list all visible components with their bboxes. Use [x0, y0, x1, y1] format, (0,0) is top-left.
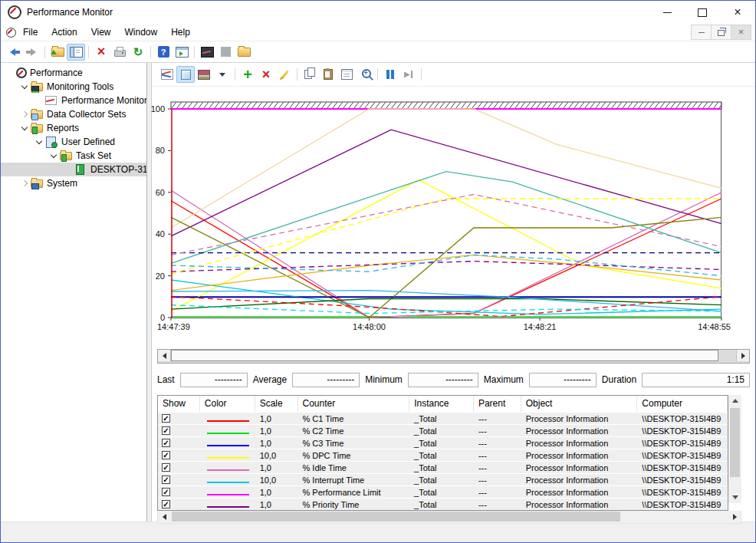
counter-row-dpc-time[interactable]: 10,0% DPC Time_Total---Processor Informa…	[158, 449, 728, 461]
properties-button[interactable]	[337, 66, 356, 83]
scrollbar-thumb[interactable]	[172, 512, 620, 522]
chart-time-scrollbar[interactable]	[157, 349, 750, 364]
freeze-display-sq-button[interactable]	[216, 44, 235, 61]
tree-item-monitoring-tools[interactable]: Monitoring Tools	[1, 80, 146, 94]
legend-horizontal-scrollbar[interactable]	[157, 511, 741, 524]
back-button[interactable]	[5, 44, 23, 61]
tree-item-user-defined[interactable]: User Defined	[1, 135, 146, 149]
column-header-object[interactable]: Object	[521, 396, 638, 412]
up-one-level-button[interactable]	[48, 44, 67, 61]
checkbox-checked[interactable]	[162, 488, 170, 496]
counter-row-priority-time[interactable]: 1,0% Priority Time_Total---Processor Inf…	[158, 498, 728, 510]
counter-row-c2-time[interactable]: 1,0% C2 Time_Total---Processor Informati…	[158, 424, 728, 436]
maximize-button[interactable]	[685, 1, 720, 24]
show-hide-console-tree-button[interactable]	[67, 44, 85, 61]
tree-item-data-collector-sets[interactable]: Data Collector Sets	[1, 107, 146, 121]
scroll-up-button[interactable]	[728, 395, 741, 406]
scroll-left-button[interactable]	[158, 350, 171, 361]
menu-view[interactable]: View	[84, 25, 118, 40]
chevron-right-icon[interactable]	[18, 112, 31, 117]
checkbox-checked[interactable]	[162, 451, 170, 459]
view-current-activity-button[interactable]	[158, 66, 176, 83]
mdi-close-button[interactable]: ×	[731, 25, 751, 40]
maximize-icon	[698, 8, 707, 17]
chevron-down-icon[interactable]	[18, 127, 31, 130]
counter-cell: % DPC Time	[298, 451, 410, 460]
mdi-minimize-button[interactable]	[691, 25, 712, 40]
performance-icon	[16, 67, 27, 78]
scroll-right-button[interactable]	[728, 511, 741, 522]
zoom-button[interactable]	[356, 66, 374, 83]
data-collector-sets-icon	[31, 109, 44, 120]
counter-row-c3-time[interactable]: 1,0% C3 Time_Total---Processor Informati…	[158, 436, 728, 449]
legend-vertical-scrollbar[interactable]	[728, 395, 741, 503]
chevron-right-icon[interactable]	[18, 181, 31, 186]
counter-row-c1-time[interactable]: 1,0% C1 Time_Total---Processor Informati…	[158, 412, 728, 424]
tree-item-reports[interactable]: Reports	[1, 121, 146, 135]
instance-cell: _Total	[409, 451, 474, 460]
delete-button[interactable]	[92, 44, 110, 61]
refresh-button[interactable]	[129, 44, 147, 61]
column-header-scale[interactable]: Scale	[255, 396, 298, 412]
color-swatch	[207, 457, 249, 459]
print-button[interactable]	[110, 44, 129, 61]
scroll-down-button[interactable]	[728, 492, 741, 503]
column-header-parent[interactable]: Parent	[474, 396, 521, 412]
chevron-down-icon[interactable]	[33, 141, 45, 143]
show-cell	[158, 426, 200, 435]
forward-button[interactable]	[23, 44, 41, 61]
scrollbar-thumb[interactable]	[171, 350, 718, 361]
column-header-color[interactable]: Color	[200, 396, 255, 412]
menu-window[interactable]: Window	[118, 25, 165, 40]
counter-row-idle-time[interactable]: 1,0% Idle Time_Total---Processor Informa…	[158, 461, 728, 473]
menu-action[interactable]: Action	[44, 25, 84, 40]
system-monitor-button[interactable]	[198, 44, 216, 61]
minimize-button[interactable]	[649, 1, 685, 24]
mdi-restore-button[interactable]	[711, 25, 731, 40]
toolbar-separator	[88, 46, 89, 58]
series-purple-dashed	[171, 262, 721, 272]
scrollbar-thumb[interactable]	[730, 408, 740, 477]
chevron-down-icon[interactable]	[18, 86, 31, 88]
tree-item-performance[interactable]: Performance	[1, 66, 146, 80]
freeze-display-button[interactable]	[381, 66, 399, 83]
checkbox-checked[interactable]	[162, 476, 170, 484]
checkbox-checked[interactable]	[162, 463, 170, 472]
column-header-show[interactable]: Show	[158, 396, 200, 412]
menu-help[interactable]: Help	[164, 25, 197, 40]
column-header-computer[interactable]: Computer	[637, 396, 728, 412]
tree-item-performance-monitor[interactable]: Performance Monitor	[1, 94, 146, 107]
highlight-button[interactable]	[275, 66, 294, 83]
dropdown-caret-button[interactable]	[213, 66, 232, 83]
new-window-button[interactable]	[173, 44, 191, 61]
tree-item-task-set[interactable]: Task Set	[1, 149, 146, 163]
checkbox-checked[interactable]	[162, 439, 170, 447]
copy-properties-button[interactable]	[301, 66, 319, 83]
window-title: Performance Monitor	[27, 7, 113, 18]
console-menu-icon[interactable]	[6, 28, 16, 38]
delete-button[interactable]	[257, 66, 275, 83]
close-button[interactable]: ×	[720, 1, 755, 24]
paste-counter-list-button[interactable]	[319, 66, 337, 83]
help-button[interactable]	[154, 44, 173, 61]
scroll-left-button[interactable]	[158, 511, 170, 522]
change-graph-type-button[interactable]	[195, 66, 213, 83]
add-icon	[243, 67, 252, 82]
scale-cell: 10,0	[255, 476, 298, 485]
view-log-data-button[interactable]	[176, 66, 195, 83]
tree-item-system[interactable]: System	[1, 176, 146, 190]
chevron-down-icon[interactable]	[48, 155, 60, 157]
counter-row-performance-limit[interactable]: 1,0% Performance Limit_Total---Processor…	[158, 485, 728, 498]
column-header-instance[interactable]: Instance	[409, 396, 474, 412]
new-folder-button[interactable]	[235, 44, 253, 61]
checkbox-checked[interactable]	[162, 414, 170, 423]
column-header-counter[interactable]: Counter	[298, 396, 410, 412]
menu-file[interactable]: File	[16, 25, 44, 40]
checkbox-checked[interactable]	[162, 500, 170, 508]
add-button[interactable]	[238, 66, 257, 83]
checkbox-checked[interactable]	[162, 426, 170, 435]
update-data-button[interactable]	[399, 66, 418, 83]
scroll-right-button[interactable]	[736, 350, 749, 361]
tree-item-desktop-315i4b9[interactable]: DESKTOP-315I4B9	[1, 163, 146, 176]
counter-row-interrupt-time[interactable]: 10,0% Interrupt Time_Total---Processor I…	[158, 473, 728, 485]
